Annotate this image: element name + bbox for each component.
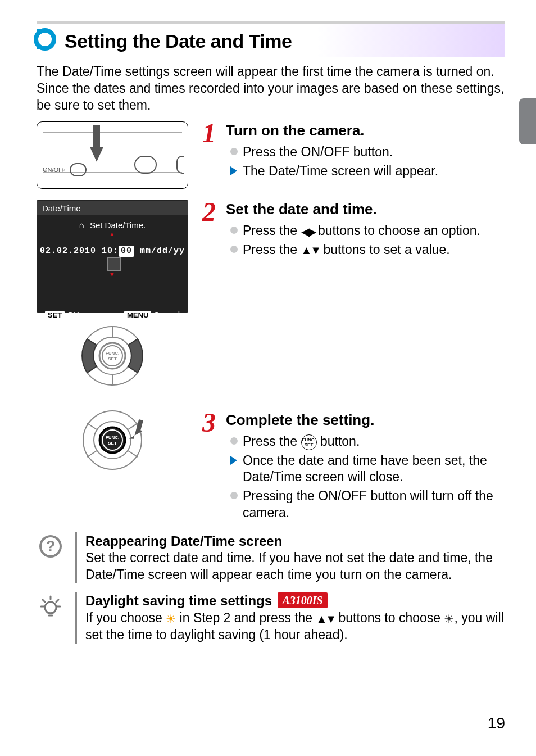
func-set-icon: FUNC.SET (301, 434, 317, 450)
lcd-title: Date/Time (37, 201, 188, 216)
svg-line-6 (128, 423, 138, 429)
dst-off-icon: ☀ (166, 612, 176, 626)
left-right-icon: ◀▶ (301, 226, 315, 237)
step3-bullet-1: Press the FUNC.SET button. (230, 433, 505, 450)
onoff-label: ON/OFF (43, 166, 66, 174)
camera-onoff-illustration: ○ ○ ○ ON/OFF (37, 121, 188, 189)
step1-bullet-2: The Date/Time screen will appear. (230, 163, 505, 180)
step-1-title: Turn on the camera. (226, 122, 365, 139)
dst-box-icon (107, 257, 121, 271)
model-badge: A3100IS (278, 592, 327, 608)
svg-line-7 (87, 451, 97, 457)
tip-reappearing: ? Reappearing Date/Time screen Set the c… (37, 532, 505, 583)
dpad-set-illustration: FUNC. SET (37, 405, 188, 478)
section-title-bar: Setting the Date and Time (37, 21, 505, 57)
up-down-icon: ▲▼ (301, 245, 320, 256)
step-number-2: 2 (202, 194, 216, 229)
svg-text:FUNC.: FUNC. (106, 435, 119, 440)
svg-text:SET: SET (108, 441, 117, 446)
up-down-icon: ▲▼ (316, 613, 335, 624)
tip-dst-body: If you choose ☀ in Step 2 and press the … (85, 610, 505, 644)
lcd-date-string: 02.02.2010 10:00 mm/dd/yy (37, 246, 188, 271)
side-tab (519, 98, 536, 144)
step-number-3: 3 (202, 405, 216, 440)
svg-point-15 (45, 602, 56, 613)
question-icon: ? (37, 532, 65, 560)
lightbulb-icon (37, 592, 65, 620)
svg-text:SET: SET (108, 356, 117, 361)
dst-on-icon: ☀ (444, 612, 454, 626)
intro-paragraph: The Date/Time settings screen will appea… (37, 64, 505, 114)
step-number-1: 1 (202, 116, 216, 151)
step-3-title: Complete the setting. (226, 411, 374, 428)
svg-point-10 (99, 427, 125, 453)
step3-bullet-3: Pressing the ON/OFF button will turn off… (230, 488, 505, 522)
page-title: Setting the Date and Time (37, 25, 505, 57)
result-triangle-icon (230, 456, 237, 465)
svg-text:?: ? (46, 537, 55, 555)
dpad-lr-illustration: FUNC. SET (37, 321, 188, 394)
home-icon: ⌂ (79, 220, 84, 231)
tip-dst-title: Daylight saving time settings (85, 593, 272, 608)
svg-point-0 (99, 343, 125, 369)
step-2-title: Set the date and time. (226, 201, 377, 218)
tip-reappearing-body: Set the correct date and time. If you ha… (85, 550, 505, 583)
svg-line-5 (87, 423, 97, 429)
step2-bullet-2: Press the ▲▼ buttons to set a value. (230, 242, 505, 259)
tip-dst: Daylight saving time settings A3100IS If… (37, 592, 505, 644)
step1-bullet-1: Press the ON/OFF button. (230, 144, 505, 161)
lcd-datetime-illustration: Date/Time ⌂ Set Date/Time. ▲ 02.02.2010 … (37, 200, 188, 313)
onoff-button-icon (70, 163, 87, 176)
step2-bullet-1: Press the ◀▶ buttons to choose an option… (230, 223, 505, 239)
svg-line-8 (128, 451, 138, 457)
tip-reappearing-title: Reappearing Date/Time screen (85, 532, 505, 550)
result-triangle-icon (230, 166, 237, 175)
lcd-set-label: Set Date/Time. (90, 220, 146, 230)
page-number: 19 (488, 713, 505, 734)
shutter-button-icon (134, 156, 157, 174)
svg-text:FUNC.: FUNC. (106, 351, 119, 356)
step3-bullet-2: Once the date and time have been set, th… (230, 452, 505, 486)
svg-point-1 (102, 346, 122, 366)
